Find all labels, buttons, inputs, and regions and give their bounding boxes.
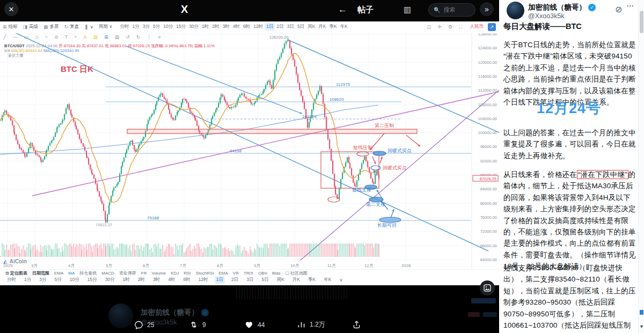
timeframe-2时[interactable]: 2时	[210, 23, 221, 31]
bottom-timeframe-15分[interactable]: 15分	[86, 276, 99, 284]
timeframe-1分[interactable]: 1分	[131, 23, 141, 31]
chart-tool-icon[interactable]: ✛	[435, 24, 445, 29]
indicator-EMA[interactable]: EMA	[218, 271, 228, 276]
bottom-timeframe-10分[interactable]: 10分	[68, 276, 81, 284]
scrollbar-thumb[interactable]	[640, 11, 643, 33]
views-button[interactable]: 1.2万	[297, 320, 325, 329]
media-expand-button[interactable]	[480, 280, 495, 295]
chart-tool-icon[interactable]: ⚙	[445, 24, 456, 29]
timeframe-3分[interactable]: 3分	[141, 23, 151, 31]
repost-button[interactable]: 9	[189, 320, 206, 329]
volume-bar	[323, 243, 324, 257]
bottom-timeframe-月K[interactable]: 月K	[291, 276, 302, 284]
bottom-timeframe-6时[interactable]: 6时	[182, 276, 192, 284]
user-name[interactable]: 加密前线（糖哥） ✓	[528, 3, 596, 12]
timeframe-1日[interactable]: 1日	[265, 23, 275, 31]
toolbar-button-高级[interactable]: ◨高级	[20, 24, 41, 30]
avatar[interactable]	[507, 2, 524, 19]
layout-grid-icon[interactable]: ▥	[404, 5, 411, 14]
bottom-timeframe-2时[interactable]: 2时	[136, 276, 147, 284]
reply-button[interactable]: 25	[134, 320, 154, 329]
timeframe-4时[interactable]: 4时	[231, 23, 241, 31]
timeframe-年K[interactable]: 年K	[339, 23, 349, 31]
bottom-timeframe-3分[interactable]: 3分	[38, 276, 48, 284]
timeframe-10分[interactable]: 10分	[162, 23, 174, 31]
bottom-timeframe-分时[interactable]: 分时	[5, 276, 18, 284]
timeframe-1时[interactable]: 1时	[200, 23, 210, 31]
bottom-timeframe-3时[interactable]: 3时	[151, 276, 162, 284]
candle	[44, 156, 45, 159]
scrollbar[interactable]: ▼	[638, 0, 644, 333]
timeframe-3日[interactable]: 3日	[286, 23, 296, 31]
indicator-MACD[interactable]: MACD	[101, 271, 114, 276]
bottom-timeframe-1分[interactable]: 1分	[23, 276, 33, 284]
toolbar-button-复盘[interactable]: ↻复盘	[62, 24, 82, 30]
candle	[224, 97, 225, 100]
indicator-FR[interactable]: FR	[141, 271, 147, 276]
panel-toggle-button[interactable]: ↗	[488, 23, 496, 31]
scrollbar-down-arrow[interactable]: ▼	[639, 324, 644, 329]
community-draw-checkbox[interactable]: ☐ 社区画图	[286, 270, 308, 276]
timeframe-15分[interactable]: 15分	[174, 23, 187, 31]
collapse-panel-button[interactable]: »	[480, 2, 494, 16]
bottom-timeframe-5日[interactable]: 5日	[260, 276, 270, 284]
bottom-button-日期范围[interactable]: 日期范围	[32, 270, 49, 276]
indicator-KDJ[interactable]: KDJ	[171, 271, 179, 276]
candle	[95, 179, 96, 184]
indicator-StochRSI[interactable]: StochRSI	[196, 271, 214, 276]
indicator-Volume[interactable]: Volume	[152, 271, 166, 276]
bottom-button-定位图表[interactable]: ⊡ 定位图表	[5, 270, 27, 276]
toolbar-button-周期 ∨[interactable]: 周期 ∨	[96, 24, 115, 30]
indicator-资金博弈[interactable]: 资金博弈	[119, 270, 136, 276]
candle	[177, 112, 178, 115]
timeframe-2日[interactable]: 2日	[275, 23, 285, 31]
toolbar-button-多屏[interactable]: ▦多屏	[41, 24, 62, 30]
timeframe-30分[interactable]: 30分	[187, 23, 200, 31]
annotation-text: 回暖式买点	[383, 165, 407, 171]
close-button[interactable]: ✕	[4, 2, 18, 16]
chart-tool-icon[interactable]: ⛶	[456, 24, 465, 30]
bottom-timeframe-年K[interactable]: 年K	[322, 276, 333, 284]
bottom-timeframe-5分[interactable]: 5分	[53, 276, 63, 284]
like-button[interactable]: 44	[244, 320, 265, 329]
timeframe-5分[interactable]: 5分	[151, 23, 162, 31]
timeframe-12时[interactable]: 12时	[252, 23, 265, 31]
indicator-持仓量线[interactable]: 持仓量线	[79, 270, 97, 276]
grok-icon[interactable]: ⊘	[615, 4, 622, 14]
toolbar-button-指标[interactable]: ⊞指标	[0, 24, 20, 30]
bottom-timeframe-1日[interactable]: 1日	[215, 276, 225, 284]
volume-bar	[212, 249, 213, 257]
share-button[interactable]	[352, 320, 361, 329]
bottom-timeframe-季K[interactable]: 季K	[306, 276, 317, 284]
bottom-timeframe-4时[interactable]: 4时	[166, 276, 177, 284]
toolbar-button-∨[interactable]: ❚∨	[82, 24, 96, 30]
timeframe-5日[interactable]: 5日	[296, 23, 306, 31]
bottom-timeframe-1时[interactable]: 1时	[121, 276, 131, 284]
timeframe-月K[interactable]: 月K	[317, 23, 327, 31]
timeframe-周K[interactable]: 周K	[306, 23, 317, 31]
indicator-TRIX[interactable]: TRIX	[244, 271, 253, 276]
timeframe-6时[interactable]: 6时	[241, 23, 252, 31]
timeframe-季K[interactable]: 季K	[328, 23, 339, 31]
timeframe-3时[interactable]: 3时	[221, 23, 231, 31]
bottom-timeframe-2日[interactable]: 2日	[230, 276, 240, 284]
back-arrow-icon[interactable]: ←	[338, 4, 347, 15]
search-input[interactable]: 🔍 搜索	[428, 3, 475, 17]
bottom-timeframe-30分[interactable]: 30分	[104, 276, 116, 284]
bottom-timeframe-12时[interactable]: 12时	[197, 276, 210, 284]
chart-tool-icon[interactable]: ◫	[423, 24, 435, 29]
indicator-OBV[interactable]: OBV	[258, 271, 267, 276]
timeframe-more[interactable]: ∨	[338, 277, 344, 283]
volume-bar	[301, 243, 302, 257]
bottom-timeframe-3日[interactable]: 3日	[245, 276, 255, 284]
more-menu-icon[interactable]: ···	[627, 2, 634, 10]
indicator-VR[interactable]: VR	[233, 271, 239, 276]
indicator-EMA[interactable]: EMA	[54, 271, 63, 276]
candle	[169, 109, 170, 114]
indicator-Bias[interactable]: Bias	[272, 271, 281, 276]
timeframe-分时[interactable]: 分时	[119, 23, 131, 31]
indicator-MA[interactable]: MA	[68, 271, 75, 276]
indicator-RSI[interactable]: RSI	[184, 271, 191, 276]
currency-badge[interactable]: 人民币	[470, 24, 484, 30]
bottom-timeframe-周K[interactable]: 周K	[275, 276, 286, 284]
